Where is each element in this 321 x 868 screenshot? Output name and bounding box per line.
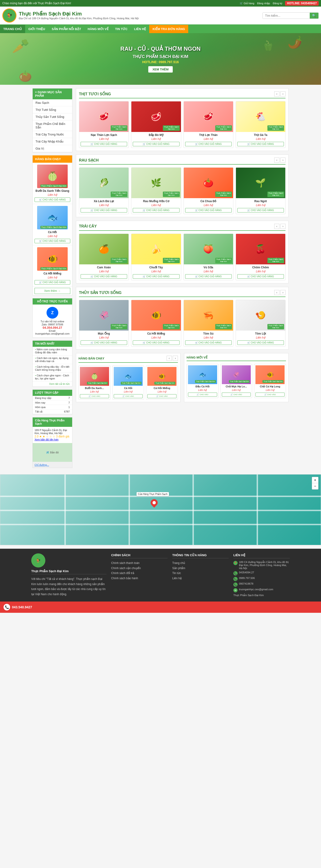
add-cart-xalach[interactable]: 🛒 CHO VÀO GIỎ HÀNG xyxy=(81,208,127,213)
add-cart-camxoan[interactable]: 🛒 CHO VÀO GIỎ HÀNG xyxy=(81,274,127,279)
support-zalo-text: Tư vấn hỗ trợ online xyxy=(35,320,70,323)
product-nacthanlonsach: 🥩 Thực Phẩm SạchĐại Kim Nạc Thăn Lợn Sạc… xyxy=(79,101,129,148)
map-zoom-in[interactable]: + xyxy=(312,477,318,483)
footer-store-contact[interactable]: Liên hệ xyxy=(172,576,229,581)
product-badge: Thực Phẩm SạchĐại Kim xyxy=(215,192,232,197)
add-cart-cachua[interactable]: 🛒 CHO VÀO GIỎ HÀNG xyxy=(185,208,232,213)
traicay-next-button[interactable]: › xyxy=(280,224,286,229)
product-tomsu: 🦐 Thực Phẩm SạchĐại Kim Tôm Sú Liên hệ 🛒… xyxy=(183,300,233,346)
add-cart-thitlonthan[interactable]: 🛒 CHO VÀO GIỎ HÀNG xyxy=(185,142,232,146)
add-cart-raugot[interactable]: 🛒 CHO VÀO GIỎ HÀNG xyxy=(237,208,284,213)
cart-link[interactable]: 🛒 Giỏ hàng xyxy=(240,2,255,5)
sidebar-item-giavi[interactable]: Gia Vị xyxy=(33,145,72,152)
add-cart-tomlot[interactable]: 🛒 CHO VÀO GIỎ HÀNG xyxy=(237,340,284,345)
product-badge: Thực Phẩm SạchĐại Kim xyxy=(111,324,127,330)
footer-col-contact: LIÊN HỆ 📍 189 C4 đường Nguyễn Cảnh Dị, k… xyxy=(233,553,290,597)
header-right: 🔍 xyxy=(262,12,319,19)
support-zalo-id: Zalo: 09897.97506 xyxy=(35,323,70,326)
nav-item-order[interactable]: KIỂM TRA ĐƠN HÀNG xyxy=(149,25,188,33)
nav-item-new[interactable]: HÀNG MỚI VỀ xyxy=(84,25,112,33)
add-cart-chuoitay[interactable]: 🛒 CHO VÀO GIỎ HÀNG xyxy=(133,274,179,279)
mini-add-cart[interactable]: 🛒 CHO VÀO xyxy=(114,394,143,398)
map-direction-link[interactable]: Chỉ đường... xyxy=(34,463,49,466)
traicay-prev-button[interactable]: ‹ xyxy=(274,224,280,229)
mini-product-price: Liên hệ xyxy=(256,389,285,392)
section-rausach: RAU SẠCH ‹ › 🥬 Thực Phẩm SạchĐại Kim Xà … xyxy=(76,154,289,217)
mini-add-cart[interactable]: 🛒 CHO VÀO xyxy=(256,393,285,397)
product-badge: Thực Phẩm SạchĐại Kim xyxy=(267,192,284,197)
call-phone: 043.540.9427 xyxy=(12,605,32,609)
sidebar-add-cart-3[interactable]: 🛒 CHO VÀO GIỎ HÀNG xyxy=(34,280,70,284)
add-cart-raumuong[interactable]: 🛒 CHO VÀO GIỎ HÀNG xyxy=(133,208,179,213)
nav-item-intro[interactable]: GIỚI THIỆU xyxy=(25,25,49,33)
footer-policy-4[interactable]: Chính sách bảo hành xyxy=(111,576,168,581)
sidebar-item-thittuoisong[interactable]: Thịt Tươi Sống xyxy=(33,106,72,114)
add-cart-cahoimieng[interactable]: 🛒 CHO VÀO GIỎ HÀNG xyxy=(133,340,179,345)
nav-item-contact[interactable]: LIÊN HỆ xyxy=(131,25,149,33)
footer-store-news[interactable]: Tin tức xyxy=(172,571,229,576)
sidebar-item-thuysantuoisong[interactable]: Thủy Sản Tươi Sống xyxy=(33,114,72,120)
footer-policy-1[interactable]: Chính sách thanh toán xyxy=(111,561,168,566)
category-title: ≡ DANH MỤC SẢN PHẨM xyxy=(33,89,72,99)
map-placeholder-icon: 🗺️ Bản đồ xyxy=(46,451,59,454)
sidebar-product-name-3: Cá Hồi Miếng xyxy=(34,272,70,275)
sidebar-item-thucphamchebiensẵn[interactable]: Thực Phẩm Chế Biến Sẵn xyxy=(33,120,72,131)
traffic-box: LƯỢT TRUY CẬP Đang truy cập 7 Hôm nay 7 … xyxy=(32,390,72,414)
mini-bestseller-prev[interactable]: ‹ xyxy=(167,356,172,361)
seafood-next-button[interactable]: › xyxy=(280,290,286,295)
map-large-link[interactable]: Xem bản đồ lớn hơn xyxy=(34,438,59,441)
section-header-seafood: THỦY SẢN TƯƠI SỐNG ‹ › xyxy=(79,290,286,297)
add-cart-tomsu[interactable]: 🛒 CHO VÀO GIỎ HÀNG xyxy=(185,340,232,345)
footer-policy-2[interactable]: Chính sách vận chuyển xyxy=(111,566,168,571)
map-box: Cửa Hàng Thực Phẩm Sạch 189 P Nguyễn Cản… xyxy=(32,417,72,468)
footer-store-home[interactable]: Trang chủ xyxy=(172,561,229,566)
sidebar-add-cart-2[interactable]: 🛒 CHO VÀO GIỎ HÀNG xyxy=(34,239,70,243)
meat-prev-button[interactable]: ‹ xyxy=(274,91,280,96)
mini-product-name: Cá Hồi Miếng xyxy=(147,387,176,390)
product-badge: Thực Phẩm SạchĐại Kim xyxy=(267,125,284,131)
call-bar[interactable]: 📞 043.540.9427 xyxy=(0,601,321,613)
sidebar-item-traicaytrongnuoc[interactable]: Trái Cây Trong Nước xyxy=(33,131,72,138)
mini-add-cart[interactable]: 🛒 CHO VÀO xyxy=(147,394,176,398)
mini-add-cart[interactable]: 🛒 CHO VÀO xyxy=(188,393,217,397)
sidebar-view-more[interactable]: Xem thêm → xyxy=(34,288,70,294)
nav-item-home[interactable]: TRANG CHỦ xyxy=(0,25,25,33)
register-link[interactable]: Đăng nhập xyxy=(257,2,270,5)
view-all-news-link[interactable]: Xem tất cả tin tức xyxy=(33,381,72,386)
footer-store-products[interactable]: Sản phẩm xyxy=(172,566,229,571)
mini-bestseller-next[interactable]: › xyxy=(173,356,178,361)
product-name-bapbomy: Bắp Bò Mỹ xyxy=(133,133,179,137)
add-cart-thitgata[interactable]: 🛒 CHO VÀO GIỎ HÀNG xyxy=(237,142,284,146)
add-cart-nacthanlonsach[interactable]: 🛒 CHO VÀO GIỎ HÀNG xyxy=(81,142,127,146)
search-input[interactable] xyxy=(263,13,310,19)
footer-policy-3[interactable]: Chính sách đổi trả xyxy=(111,571,168,576)
add-cart-chomchom[interactable]: 🛒 CHO VÀO GIỎ HÀNG xyxy=(237,274,284,279)
mini-product-name: Chả Cá Hạ Long xyxy=(256,385,285,388)
mini-add-cart[interactable]: 🛒 CHO VÀO xyxy=(80,394,109,398)
meat-next-button[interactable]: › xyxy=(280,91,286,96)
add-cart-bapbomy[interactable]: 🛒 CHO VÀO GIỎ HÀNG xyxy=(133,142,179,146)
hero-view-more-button[interactable]: XEM THÊM xyxy=(148,66,173,72)
map-zoom-out[interactable]: − xyxy=(312,483,318,489)
nav-item-news[interactable]: TIN TỨC xyxy=(112,25,131,33)
sidebar-item-traicaynhapkhau[interactable]: Trái Cây Nhập Khẩu xyxy=(33,138,72,145)
bestseller-sidebar: HÀNG BÁN CHẠY 🍈 Thực Phẩm Sạch Đại Kim B… xyxy=(32,155,72,296)
rausach-next-button[interactable]: › xyxy=(280,158,286,163)
product-img-camxoan: 🍊 Thực Phẩm SạchĐại Kim xyxy=(79,234,128,265)
login-link[interactable]: Đăng ký xyxy=(273,2,282,5)
news-title: TIN MỚI NHẤT xyxy=(33,341,72,347)
mini-bestseller: HÀNG BÁN CHẠY ‹ › 🍈 Thực Phẩm Sạch Đại K… xyxy=(76,353,180,402)
seafood-prev-button[interactable]: ‹ xyxy=(274,290,280,295)
add-cart-muciong[interactable]: 🛒 CHO VÀO GIỎ HÀNG xyxy=(81,340,127,345)
sidebar-add-cart-1[interactable]: 🛒 CHO VÀO GIỎ HÀNG xyxy=(34,197,70,202)
traffic-title: LƯỢT TRUY CẬP xyxy=(33,390,72,396)
sidebar-item-rausach[interactable]: Rau Sạch xyxy=(33,99,72,106)
header: 🐓 Thực Phẩm Sạch Đại Kim Địa Chỉ số 189 … xyxy=(0,7,321,25)
sidebar-product-3: 🐠 Thực Phẩm Sạch Đại Kim Cá Hồi Miếng Li… xyxy=(33,245,72,287)
mini-add-cart[interactable]: 🛒 CHO VÀO xyxy=(222,393,251,397)
rausach-prev-button[interactable]: ‹ xyxy=(274,158,280,163)
sidebar-product-name-1: Bưởi Da Xanh Tiền Giang xyxy=(34,189,70,192)
nav-item-products[interactable]: SẢN PHẨM NỔI BẬT xyxy=(49,25,84,33)
search-button[interactable]: 🔍 xyxy=(310,13,318,19)
add-cart-vusua[interactable]: 🛒 CHO VÀO GIỎ HÀNG xyxy=(185,274,232,279)
